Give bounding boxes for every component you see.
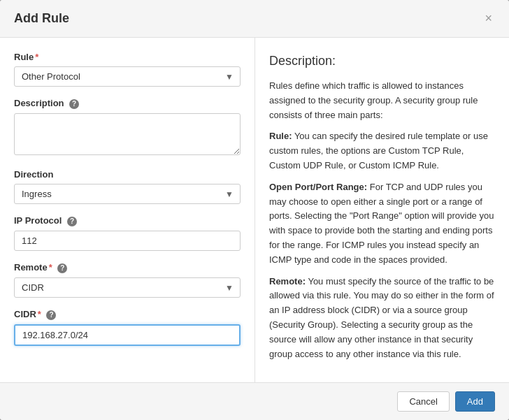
direction-label: Direction xyxy=(14,169,241,180)
description-textarea[interactable] xyxy=(14,113,241,155)
remote-desc-text: You must specify the source of the traff… xyxy=(269,276,494,359)
description-intro: Rules define which traffic is allowed to… xyxy=(269,79,495,122)
remote-select[interactable]: CIDR Security Group xyxy=(14,277,241,298)
direction-select-wrapper: Ingress Egress ▼ xyxy=(14,184,241,204)
rule-required-star: * xyxy=(35,52,38,62)
ip-protocol-label: IP Protocol ? xyxy=(14,215,241,226)
cidr-label: CIDR* ? xyxy=(14,309,241,320)
rule-select[interactable]: Other Protocol Custom TCP Rule Custom UD… xyxy=(14,66,241,87)
modal-overlay: Add Rule × Rule* Other Protocol Custom T… xyxy=(0,0,509,420)
remote-heading: Remote: xyxy=(269,276,306,287)
rule-select-wrapper: Other Protocol Custom TCP Rule Custom UD… xyxy=(14,66,241,87)
add-rule-modal: Add Rule × Rule* Other Protocol Custom T… xyxy=(0,0,509,420)
ip-protocol-group: IP Protocol ? xyxy=(14,215,241,251)
modal-footer: Cancel Add xyxy=(0,382,509,420)
modal-body: Rule* Other Protocol Custom TCP Rule Cus… xyxy=(0,38,509,382)
close-button[interactable]: × xyxy=(482,11,495,26)
add-button[interactable]: Add xyxy=(455,391,495,412)
rule-desc-text: You can specify the desired rule templat… xyxy=(269,131,488,171)
cancel-button[interactable]: Cancel xyxy=(397,391,449,412)
description-panel: Description: Rules define which traffic … xyxy=(255,38,509,382)
direction-group: Direction Ingress Egress ▼ xyxy=(14,169,241,204)
remote-select-wrapper: CIDR Security Group ▼ xyxy=(14,277,241,298)
cidr-help-icon[interactable]: ? xyxy=(46,310,56,320)
cidr-input[interactable] xyxy=(14,324,241,346)
description-label: Description ? xyxy=(14,98,241,109)
remote-help-icon[interactable]: ? xyxy=(57,263,67,273)
cidr-required-star: * xyxy=(38,309,41,319)
description-help-icon[interactable]: ? xyxy=(69,99,79,109)
ip-protocol-help-icon[interactable]: ? xyxy=(67,217,77,226)
remote-label: Remote* ? xyxy=(14,262,241,273)
ip-protocol-input[interactable] xyxy=(14,231,241,251)
description-remote: Remote: You must specify the source of t… xyxy=(269,275,495,362)
remote-required-star: * xyxy=(49,262,52,273)
description-rule: Rule: You can specify the desired rule t… xyxy=(269,129,495,173)
rule-group: Rule* Other Protocol Custom TCP Rule Cus… xyxy=(14,52,241,87)
modal-title: Add Rule xyxy=(14,11,69,26)
cidr-group: CIDR* ? xyxy=(14,309,241,346)
port-desc-text: For TCP and UDP rules you may choose to … xyxy=(269,182,494,265)
description-group: Description ? xyxy=(14,98,241,158)
direction-select[interactable]: Ingress Egress xyxy=(14,184,241,204)
port-heading: Open Port/Port Range: xyxy=(269,182,367,192)
rule-heading: Rule: xyxy=(269,131,292,141)
form-panel: Rule* Other Protocol Custom TCP Rule Cus… xyxy=(0,38,255,382)
rule-label: Rule* xyxy=(14,52,241,62)
remote-group: Remote* ? CIDR Security Group ▼ xyxy=(14,262,241,298)
description-port: Open Port/Port Range: For TCP and UDP ru… xyxy=(269,180,495,268)
modal-header: Add Rule × xyxy=(0,0,509,38)
description-title: Description: xyxy=(269,52,495,71)
